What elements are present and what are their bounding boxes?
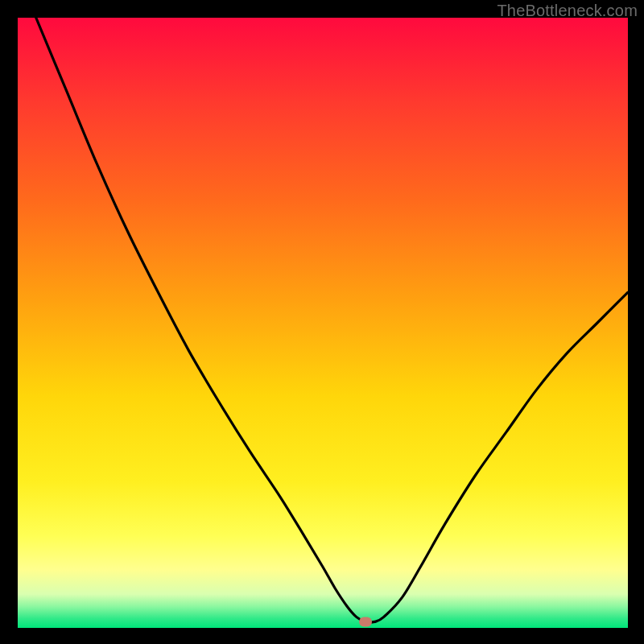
optimal-point-marker (359, 617, 372, 626)
bottleneck-chart (18, 18, 628, 628)
plot-area (18, 18, 628, 628)
chart-frame: TheBottleneck.com (0, 0, 644, 644)
svg-rect-0 (18, 18, 628, 628)
